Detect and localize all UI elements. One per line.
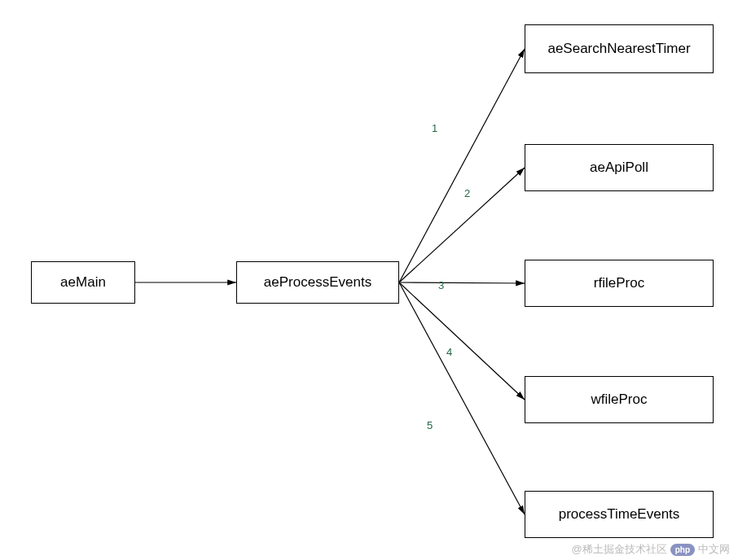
node-processTimeEvents: processTimeEvents (525, 491, 714, 538)
watermark-suffix: 中文网 (698, 542, 730, 557)
edge-label-5: 5 (427, 419, 433, 431)
edge-label-3: 3 (438, 279, 444, 291)
node-aeProcessEvents: aeProcessEvents (236, 261, 399, 304)
edge-aeProcessEvents-wfileProc (399, 282, 525, 400)
edge-label-1: 1 (432, 122, 437, 134)
edge-label-4: 4 (446, 346, 452, 358)
edge-label-2: 2 (464, 187, 470, 199)
node-wfileProc: wfileProc (525, 376, 714, 423)
watermark-text: @稀土掘金技术社区 (571, 542, 666, 557)
node-rfileProc: rfileProc (525, 260, 714, 307)
watermark: @稀土掘金技术社区 php 中文网 (571, 542, 730, 557)
edge-aeProcessEvents-aeSearchNearestTimer (399, 49, 525, 282)
node-aeMain: aeMain (31, 261, 135, 304)
php-badge: php (670, 544, 695, 556)
node-aeSearchNearestTimer: aeSearchNearestTimer (525, 24, 714, 73)
edge-aeProcessEvents-aeApiPoll (399, 168, 525, 282)
node-aeApiPoll: aeApiPoll (525, 144, 714, 191)
edge-aeProcessEvents-rfileProc (399, 282, 525, 283)
edge-aeProcessEvents-processTimeEvents (399, 282, 525, 514)
